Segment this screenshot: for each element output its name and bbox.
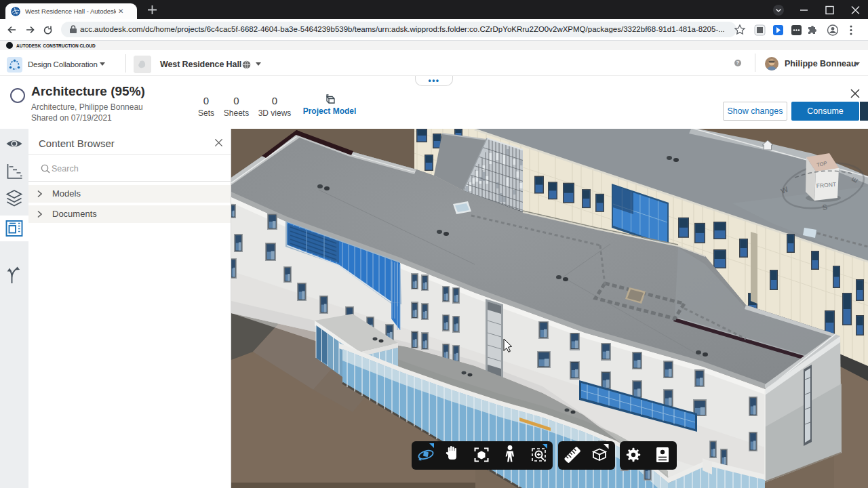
svg-text:FRONT: FRONT: [816, 181, 836, 189]
